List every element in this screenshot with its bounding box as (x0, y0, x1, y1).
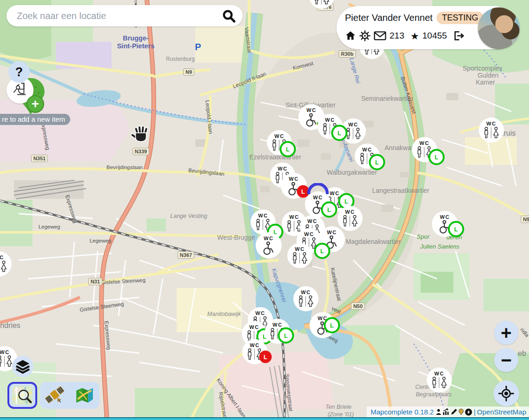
toilet-marker[interactable]: WC (479, 118, 504, 143)
mail-icon (374, 31, 386, 40)
home-icon (345, 30, 356, 41)
messages-count: 213 (390, 31, 404, 41)
basemap-option-osm-carto[interactable] (7, 382, 37, 409)
home-button[interactable] (345, 30, 356, 41)
geolocate-button[interactable] (493, 381, 519, 407)
wc-label: WC (289, 176, 298, 182)
statistics-icon (443, 408, 450, 415)
wc-label: WC (0, 255, 4, 260)
toilet-marker[interactable]: WC (293, 286, 318, 311)
user-name: Pieter Vander Vennet (345, 13, 433, 23)
wc-label: WC (313, 195, 323, 200)
wc-label: WC (278, 166, 287, 171)
wc-label: WC (249, 324, 259, 330)
wc-label: WC (345, 209, 355, 215)
basemap-group (40, 382, 99, 409)
settings-button[interactable] (359, 30, 370, 41)
zoom-in-button[interactable]: + (494, 321, 518, 345)
wc-label: WC (434, 371, 444, 376)
male-female-icon (0, 261, 8, 273)
wheelchair-toilet-marker[interactable]: WC L (432, 211, 458, 237)
basemap-option-satellite[interactable] (40, 382, 70, 409)
edit-pencil-icon (450, 408, 457, 415)
toilet-marker[interactable]: WC (0, 251, 12, 276)
attribution-icons (435, 408, 472, 416)
messages-button[interactable] (374, 31, 386, 40)
user-avatar[interactable] (478, 7, 520, 49)
wc-label: WC (325, 117, 335, 123)
logout-icon (453, 30, 465, 41)
wheelchair-icon (262, 242, 276, 255)
toilet-marker[interactable]: WC L (287, 243, 312, 268)
mapcomplete-version-link[interactable]: Mapcomplete 0.18.2 (370, 408, 434, 416)
opening-hours-badge: L (280, 141, 296, 158)
toilet-marker[interactable]: WC (337, 206, 363, 231)
wc-label: WC (486, 121, 496, 126)
toilet-marker[interactable]: WC L (317, 114, 343, 139)
theme-marker-icon (458, 408, 464, 415)
add-item-button[interactable]: + (26, 95, 44, 113)
attribution-badge-icon (465, 408, 472, 416)
basemap-option-map[interactable] (70, 382, 99, 409)
osm-carto-icon (12, 385, 33, 406)
basemap-switcher (7, 382, 99, 409)
wheelchair-toilet-marker[interactable]: WC L (310, 312, 336, 338)
openstreetmap-link[interactable]: OpenStreetMap (477, 408, 526, 416)
wc-label: WC (304, 231, 314, 237)
contributors-icon (435, 408, 442, 415)
toilet-marker[interactable]: WC L (412, 137, 437, 162)
wc-label: WC (307, 218, 317, 224)
mapcomplete-app: Brugge-Sint-PietersRustenburgVaartstraat… (0, 0, 529, 420)
logout-button[interactable] (453, 30, 465, 41)
folded-map-icon (75, 387, 94, 404)
map-markers-layer: WC WC WC (0, 0, 529, 420)
male-female-icon (313, 0, 331, 6)
attribution-separator: | (474, 408, 476, 416)
wheelchair-toilet-marker[interactable]: WC L (305, 191, 331, 217)
wc-label: WC (330, 190, 339, 196)
wc-label: WC (272, 322, 282, 328)
geolocate-icon (498, 386, 514, 401)
opening-hours-badge: L (321, 202, 337, 218)
toilet-marker[interactable]: WC L (267, 130, 292, 155)
male-female-icon (430, 377, 448, 389)
satellite-icon (44, 386, 66, 405)
wc-label: WC (258, 213, 268, 218)
wc-label: WC (306, 107, 316, 113)
toilet-marker[interactable]: WC L (242, 339, 267, 364)
toilet-marker[interactable]: WC (427, 368, 452, 393)
toilet-marker[interactable]: WC (309, 0, 334, 9)
search-button[interactable] (218, 8, 243, 23)
testing-badge: TESTING (436, 12, 484, 24)
wc-label: WC (301, 289, 311, 295)
toilet-marker[interactable]: WC L (251, 210, 276, 235)
layers-icon (15, 359, 31, 374)
opening-hours-badge: L (324, 317, 340, 334)
wheelchair-toilet-marker[interactable]: WC (256, 232, 282, 258)
help-button[interactable]: ? (8, 61, 30, 83)
changesets-count: 10455 (423, 31, 447, 41)
opening-hours-badge: L (369, 154, 385, 171)
bottom-strip (0, 417, 529, 420)
star-icon: ★ (410, 31, 419, 41)
zoom-out-button[interactable]: − (494, 348, 518, 372)
male-female-icon (297, 295, 315, 308)
male-female-icon (291, 252, 309, 265)
opening-hours-badge: L (259, 351, 272, 363)
wrench-toilet-icon (11, 81, 29, 99)
wc-label: WC (419, 140, 429, 146)
opening-hours-badge: L (331, 125, 348, 141)
opening-hours-badge: L (314, 243, 331, 259)
wc-label: WC (348, 122, 358, 127)
toilet-marker[interactable]: WC L (265, 319, 290, 344)
wc-label: WC (274, 133, 284, 139)
toilet-marker[interactable]: WC L (355, 144, 380, 169)
wc-label: WC (295, 246, 304, 252)
layers-button[interactable] (12, 356, 33, 377)
search-icon (221, 8, 236, 23)
wc-label: WC (289, 214, 299, 220)
search-input[interactable] (16, 10, 218, 22)
grab-cursor-icon (132, 125, 149, 143)
gear-icon (359, 30, 370, 41)
changesets-button[interactable]: ★ (410, 31, 419, 41)
